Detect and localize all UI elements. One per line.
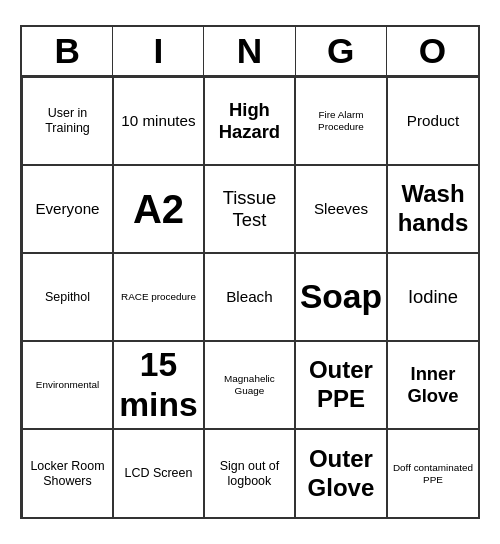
cell-text: Doff contaminated PPE: [392, 462, 474, 486]
cell-text: Sleeves: [314, 200, 368, 218]
bingo-cell: Outer Glove: [295, 429, 387, 517]
cell-text: Iodine: [408, 286, 458, 308]
cell-text: Wash hands: [392, 180, 474, 238]
bingo-cell: High Hazard: [204, 77, 295, 165]
bingo-cell: Magnahelic Guage: [204, 341, 295, 429]
bingo-cell: Iodine: [387, 253, 478, 341]
cell-text: High Hazard: [209, 99, 290, 143]
cell-text: LCD Screen: [125, 466, 193, 481]
bingo-cell: LCD Screen: [113, 429, 204, 517]
header-letter: I: [113, 27, 204, 75]
bingo-cell: 15 mins: [113, 341, 204, 429]
header-letter: G: [296, 27, 387, 75]
cell-text: Tissue Test: [209, 187, 290, 231]
cell-text: 10 minutes: [121, 112, 195, 130]
bingo-cell: Bleach: [204, 253, 295, 341]
bingo-cell: Sleeves: [295, 165, 387, 253]
cell-text: Sepithol: [45, 290, 90, 305]
bingo-cell: Soap: [295, 253, 387, 341]
bingo-cell: A2: [113, 165, 204, 253]
cell-text: User in Training: [27, 106, 108, 136]
bingo-cell: Product: [387, 77, 478, 165]
bingo-cell: Doff contaminated PPE: [387, 429, 478, 517]
cell-text: Everyone: [35, 200, 99, 218]
cell-text: Locker Room Showers: [27, 459, 108, 489]
bingo-cell: Outer PPE: [295, 341, 387, 429]
bingo-cell: Wash hands: [387, 165, 478, 253]
cell-text: Sign out of logbook: [209, 459, 290, 489]
cell-text: Fire Alarm Procedure: [300, 109, 382, 133]
bingo-cell: Tissue Test: [204, 165, 295, 253]
bingo-grid: User in Training10 minutesHigh HazardFir…: [22, 77, 478, 517]
bingo-cell: RACE procedure: [113, 253, 204, 341]
cell-text: Inner Glove: [392, 363, 474, 407]
bingo-header: BINGO: [22, 27, 478, 77]
bingo-cell: Environmental: [22, 341, 113, 429]
cell-text: Environmental: [36, 379, 99, 391]
bingo-cell: 10 minutes: [113, 77, 204, 165]
cell-text: A2: [133, 185, 184, 233]
bingo-cell: Sepithol: [22, 253, 113, 341]
bingo-cell: Inner Glove: [387, 341, 478, 429]
cell-text: Product: [407, 112, 459, 130]
cell-text: RACE procedure: [121, 291, 196, 303]
cell-text: 15 mins: [118, 345, 199, 426]
header-letter: O: [387, 27, 478, 75]
bingo-cell: User in Training: [22, 77, 113, 165]
cell-text: Outer Glove: [300, 445, 382, 503]
cell-text: Magnahelic Guage: [209, 373, 290, 397]
bingo-cell: Sign out of logbook: [204, 429, 295, 517]
bingo-cell: Everyone: [22, 165, 113, 253]
header-letter: N: [204, 27, 295, 75]
cell-text: Outer PPE: [300, 356, 382, 414]
bingo-cell: Fire Alarm Procedure: [295, 77, 387, 165]
bingo-card: BINGO User in Training10 minutesHigh Haz…: [20, 25, 480, 519]
cell-text: Soap: [300, 277, 382, 317]
cell-text: Bleach: [226, 288, 272, 306]
header-letter: B: [22, 27, 113, 75]
bingo-cell: Locker Room Showers: [22, 429, 113, 517]
